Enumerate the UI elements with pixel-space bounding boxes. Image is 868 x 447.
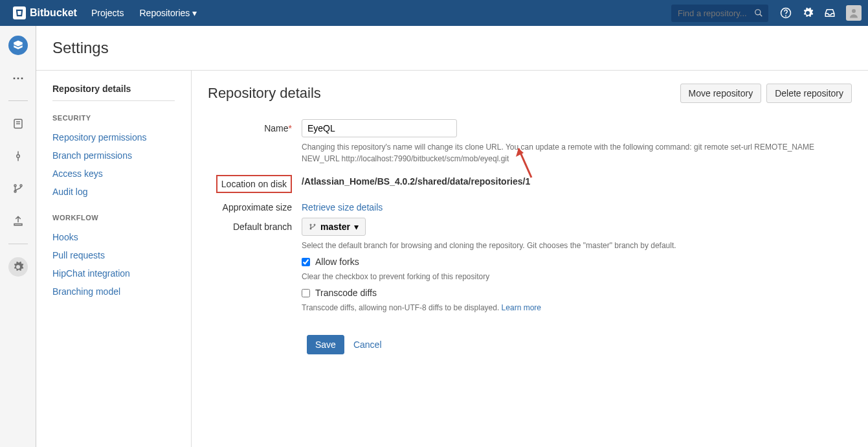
chevron-down-icon: ▾ xyxy=(354,222,359,232)
brand-logo[interactable]: Bitbucket xyxy=(6,6,83,19)
transcode-label: Transcode diffs xyxy=(315,288,377,298)
page-title: Settings xyxy=(36,26,868,71)
svg-point-0 xyxy=(755,10,761,15)
size-label: Approximate size xyxy=(208,198,302,212)
sidebar-branch-permissions[interactable]: Branch permissions xyxy=(52,146,175,165)
rail-settings-icon[interactable] xyxy=(8,257,28,277)
rail-more-icon[interactable]: ⋯ xyxy=(8,68,28,87)
default-branch-dropdown[interactable]: master ▾ xyxy=(302,218,366,236)
global-header: Bitbucket Projects Repositories ▾ xyxy=(0,0,868,26)
sidebar-hooks[interactable]: Hooks xyxy=(52,228,175,246)
allow-forks-label: Allow forks xyxy=(315,257,359,267)
transcode-diffs-checkbox[interactable] xyxy=(302,289,310,297)
nav-repositories[interactable]: Repositories ▾ xyxy=(131,8,205,18)
svg-point-4 xyxy=(852,9,856,13)
bitbucket-icon xyxy=(13,6,26,19)
sidebar-hipchat[interactable]: HipChat integration xyxy=(52,264,175,282)
cancel-link[interactable]: Cancel xyxy=(353,339,382,350)
location-value: /Atlassian_Home/BS_4.0.2/shared/data/rep… xyxy=(302,176,530,187)
retrieve-size-link[interactable]: Retrieve size details xyxy=(302,202,383,212)
left-rail: ⋯ xyxy=(0,26,36,447)
allow-forks-checkbox[interactable] xyxy=(302,258,310,266)
nav-projects[interactable]: Projects xyxy=(83,8,132,18)
sidebar-security-label: SECURITY xyxy=(52,114,175,122)
divider xyxy=(52,100,175,101)
sidebar-branching-model[interactable]: Branching model xyxy=(52,282,175,301)
search-wrap xyxy=(671,5,768,22)
search-icon[interactable] xyxy=(754,8,763,17)
user-avatar[interactable] xyxy=(846,5,862,21)
svg-point-11 xyxy=(14,185,16,187)
name-help-text: Changing this repository's name will cha… xyxy=(302,141,852,165)
svg-point-12 xyxy=(20,185,22,187)
rail-upload-icon[interactable] xyxy=(8,211,28,231)
help-icon[interactable] xyxy=(775,7,797,19)
move-repository-button[interactable]: Move repository xyxy=(680,84,762,103)
allow-forks-help: Clear the checkbox to prevent forking of… xyxy=(302,271,852,282)
sidebar-repo-permissions[interactable]: Repository permissions xyxy=(52,128,175,146)
sidebar-pull-requests[interactable]: Pull requests xyxy=(52,246,175,264)
branch-label: Default branch xyxy=(208,218,302,232)
gear-icon[interactable] xyxy=(797,7,819,19)
svg-point-15 xyxy=(314,224,315,225)
rail-branches-icon[interactable] xyxy=(8,179,28,198)
svg-line-1 xyxy=(760,14,762,17)
rail-commits-icon[interactable] xyxy=(8,146,28,166)
sidebar-current[interactable]: Repository details xyxy=(52,84,175,94)
main-panel: Repository details Move repository Delet… xyxy=(192,71,868,447)
location-label: Location on disk xyxy=(216,175,292,193)
rail-repo-icon[interactable] xyxy=(8,36,28,55)
inbox-icon[interactable] xyxy=(819,7,841,19)
transcode-help: Transcode diffs, allowing non-UTF-8 diff… xyxy=(302,302,852,314)
brand-name: Bitbucket xyxy=(30,7,77,19)
svg-point-3 xyxy=(786,16,786,16)
name-input[interactable] xyxy=(302,119,457,137)
svg-point-8 xyxy=(16,155,19,158)
section-title: Repository details xyxy=(208,85,321,102)
sidebar-audit-log[interactable]: Audit log xyxy=(52,183,175,201)
settings-sidebar: Repository details SECURITY Repository p… xyxy=(36,71,192,447)
sidebar-access-keys[interactable]: Access keys xyxy=(52,165,175,183)
delete-repository-button[interactable]: Delete repository xyxy=(766,84,852,103)
branch-icon xyxy=(309,223,317,231)
chevron-down-icon: ▾ xyxy=(192,8,197,18)
save-button[interactable]: Save xyxy=(307,335,344,354)
learn-more-link[interactable]: Learn more xyxy=(502,303,541,312)
name-label: Name* xyxy=(208,119,302,133)
branch-help-text: Select the default branch for browsing a… xyxy=(302,240,852,251)
sidebar-workflow-label: WORKFLOW xyxy=(52,214,175,222)
rail-source-icon[interactable] xyxy=(8,114,28,133)
svg-point-14 xyxy=(310,224,311,225)
